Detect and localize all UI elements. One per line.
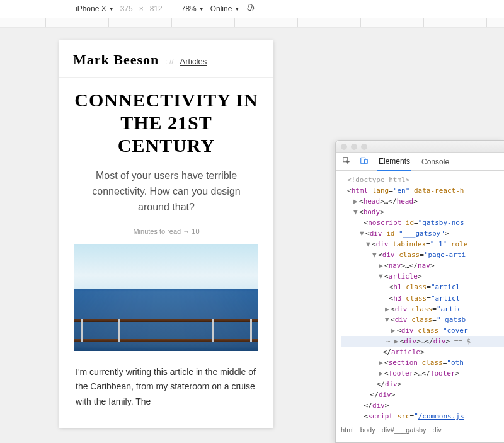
dom-node[interactable]: ▶<div class="cover <box>341 325 504 336</box>
dom-node[interactable]: ▼<div id="___gatsby"> <box>341 228 504 239</box>
devtools-toolbar: Elements Console <box>336 153 504 171</box>
network-value: Online <box>210 4 232 13</box>
traffic-light-min[interactable] <box>351 144 357 150</box>
dom-node[interactable]: </div> <box>341 400 504 411</box>
breadcrumb-link[interactable]: Articles <box>180 57 207 66</box>
dom-node[interactable]: ▼<div class="page-arti <box>341 250 504 260</box>
crumb[interactable]: html <box>341 426 354 434</box>
dom-node[interactable]: ▶<footer>…</footer> <box>341 368 504 379</box>
dom-node[interactable]: ▼<body> <box>341 207 504 217</box>
dom-node[interactable]: ▶<div class="artic <box>341 304 504 314</box>
article-body: I'm currently writing this article in th… <box>74 365 258 408</box>
ruler <box>0 18 504 28</box>
viewport-height[interactable]: 812 <box>150 4 163 13</box>
times-separator: × <box>139 4 144 13</box>
dom-node[interactable]: <script src="/commons.js <box>341 411 504 422</box>
chevron-down-icon: ▼ <box>109 6 114 12</box>
viewport-area: Mark Beeson : // Articles Connectivity i… <box>0 28 504 443</box>
crumb[interactable]: body <box>360 426 375 434</box>
device-mode-icon[interactable] <box>360 156 369 167</box>
dom-node[interactable]: ▼<article> <box>341 271 504 282</box>
dom-node[interactable]: </div> <box>341 389 504 400</box>
article-subtitle: Most of your users have terrible connect… <box>74 168 258 215</box>
device-select[interactable]: iPhone X ▼ <box>76 4 114 13</box>
device-toolbar: iPhone X ▼ 375 × 812 78% ▼ Online ▼ <box>0 0 504 18</box>
device-name: iPhone X <box>76 4 106 13</box>
tab-console[interactable]: Console <box>420 154 450 170</box>
dom-node[interactable]: ▶<section class="oth <box>341 357 504 368</box>
inspect-icon[interactable] <box>342 156 351 167</box>
article: Connectivity in the 21st century Most of… <box>59 78 273 409</box>
traffic-light-close[interactable] <box>341 144 347 150</box>
breadcrumb-separator: : // <box>165 57 173 66</box>
dom-node-selected[interactable]: ⋯▶<div>…</div> == $ <box>341 336 504 347</box>
crumb[interactable]: div <box>433 426 442 434</box>
zoom-select[interactable]: 78% ▼ <box>181 4 204 13</box>
devtools-panel: Elements Console <!doctype html> <html l… <box>335 140 504 443</box>
devtools-titlebar[interactable] <box>336 141 504 153</box>
chevron-down-icon: ▼ <box>234 6 239 12</box>
dom-tree[interactable]: <!doctype html> <html lang="en" data-rea… <box>336 171 504 423</box>
viewport-width[interactable]: 375 <box>120 4 133 13</box>
crumb[interactable]: div#___gatsby <box>382 426 427 434</box>
rotate-icon[interactable] <box>246 3 256 15</box>
network-select[interactable]: Online ▼ <box>210 4 240 13</box>
cover-image <box>74 244 258 351</box>
dom-node[interactable]: <h1 class="articl <box>341 282 504 292</box>
dom-node[interactable]: ▶<head>…</head> <box>341 196 504 207</box>
dom-node[interactable]: ▼<div class=" gatsb <box>341 314 504 325</box>
dom-node[interactable]: ▼<div tabindex="-1" role <box>341 239 504 250</box>
breadcrumb-trail[interactable]: html body div#___gatsby div <box>336 423 504 436</box>
tab-elements[interactable]: Elements <box>377 153 411 171</box>
mobile-preview: Mark Beeson : // Articles Connectivity i… <box>59 40 273 428</box>
dom-node[interactable]: <html lang="en" data-react-h <box>341 185 504 196</box>
chevron-down-icon: ▼ <box>199 6 204 12</box>
dom-node[interactable]: </div> <box>341 379 504 389</box>
site-header: Mark Beeson : // Articles <box>59 40 273 78</box>
article-title: Connectivity in the 21st century <box>74 89 258 157</box>
dom-node[interactable]: <h3 class="articl <box>341 293 504 304</box>
dom-node[interactable]: ▶<nav>…</nav> <box>341 260 504 271</box>
read-time: Minutes to read → 10 <box>74 227 258 235</box>
dom-node[interactable]: <noscript id="gatsby-nos <box>341 217 504 228</box>
zoom-value: 78% <box>181 4 197 13</box>
svg-rect-3 <box>365 159 368 163</box>
svg-rect-0 <box>248 4 253 11</box>
traffic-light-max[interactable] <box>361 144 367 150</box>
site-name[interactable]: Mark Beeson <box>73 52 159 68</box>
dom-doctype: <!doctype html> <box>347 176 410 184</box>
dom-node[interactable]: </article> <box>341 347 504 357</box>
